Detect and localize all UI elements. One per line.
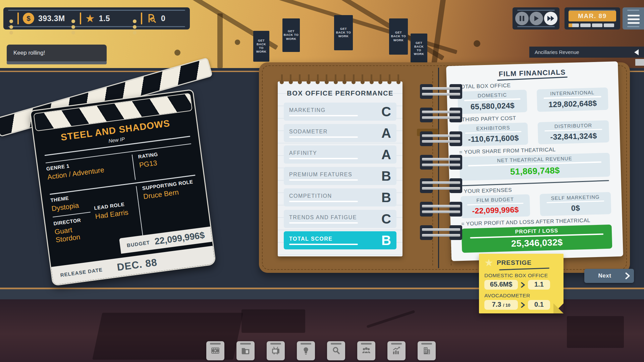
notification-toast[interactable]: Keep rolling! bbox=[7, 45, 107, 61]
scorecard-rows: MARKETING C SODAMETER A AFFINITY A PREMI… bbox=[284, 103, 396, 249]
score-row-sodameter: SODAMETER A bbox=[284, 124, 396, 142]
star-icon: ★ bbox=[85, 13, 95, 24]
magnifier-icon bbox=[331, 346, 341, 356]
pause-icon bbox=[519, 15, 525, 21]
prestige-counter: 0 bbox=[141, 7, 165, 29]
scrollbar-thumb[interactable] bbox=[635, 59, 644, 66]
score-underline bbox=[289, 179, 358, 181]
toolbar-button-ideas[interactable] bbox=[297, 341, 315, 360]
lightbulb-icon bbox=[301, 346, 311, 356]
pause-button[interactable] bbox=[515, 12, 529, 25]
staff-people-icon bbox=[361, 346, 371, 356]
film-budget-box: FILM BUDGET -22,099,996$ bbox=[461, 194, 530, 218]
score-underline bbox=[289, 158, 358, 159]
date-badge: MAR. 89 bbox=[569, 11, 616, 21]
chevron-right-icon bbox=[521, 282, 525, 288]
grade-value: B bbox=[381, 234, 391, 247]
wall-poster: GET BACK TO WORK bbox=[334, 15, 353, 50]
toolbar-button-projects[interactable] bbox=[236, 341, 255, 360]
wall-poster: GET BACK TO WORK bbox=[253, 31, 269, 62]
toolbar-button-handle bbox=[210, 343, 221, 345]
money-value: 393.3M bbox=[38, 14, 65, 23]
rating-field: RATING PG13 bbox=[132, 147, 195, 180]
grade-value: B bbox=[381, 169, 391, 183]
film-financials-page: FILM FINANCIALS TOTAL BOX OFFICE DOMESTI… bbox=[446, 61, 623, 261]
stats-chart-icon bbox=[391, 346, 401, 356]
toolbar-button-stats[interactable] bbox=[387, 341, 406, 360]
prestige-title: PRESTIGE bbox=[497, 259, 532, 266]
profit-loss-box: PROFIT / LOSS 25,346,032$ bbox=[462, 225, 612, 253]
toolbar-button-staff[interactable] bbox=[357, 341, 375, 360]
binder-clip bbox=[420, 84, 462, 99]
title-underline bbox=[499, 267, 549, 270]
box-underline bbox=[464, 98, 520, 101]
grade-value: A bbox=[381, 126, 391, 140]
toolbar-button-buildings[interactable] bbox=[418, 341, 436, 360]
ancillaries-revenue-tab[interactable]: Ancillaries Revenue bbox=[529, 47, 644, 58]
ticket-accent-bar bbox=[17, 12, 19, 24]
notepad-spiral-binding bbox=[280, 74, 400, 87]
film-strip-icon bbox=[210, 346, 220, 356]
ticket-perforation bbox=[9, 19, 13, 35]
binder-clip bbox=[420, 107, 462, 123]
building-icon bbox=[422, 346, 432, 356]
toolbar-button-film[interactable] bbox=[206, 341, 224, 360]
month-progress-segment bbox=[580, 23, 591, 27]
play-icon bbox=[534, 15, 539, 21]
score-underline bbox=[289, 244, 358, 245]
toolbar-button-handle bbox=[331, 343, 341, 345]
toolbar-button-tv[interactable] bbox=[267, 341, 285, 360]
rating-value: 1.5 bbox=[99, 14, 110, 23]
self-marketing-box: SELF MARKETING 0$ bbox=[540, 192, 611, 216]
grade-value: C bbox=[381, 212, 391, 226]
ticket-trim-line bbox=[627, 26, 639, 27]
ticket-trim-line bbox=[517, 26, 555, 27]
ticket-perforation bbox=[560, 19, 564, 31]
ticket-perforation bbox=[133, 19, 137, 35]
box-underline bbox=[467, 202, 523, 205]
scorecard-title: BOX OFFICE PERFORMANCE bbox=[281, 89, 399, 97]
binder-clip bbox=[420, 131, 462, 146]
fast-forward-button[interactable] bbox=[544, 12, 557, 25]
game-screen: GET BACK TO WORK GET BACK TO WORK GET BA… bbox=[0, 0, 644, 362]
exhibitors-value: -110,671,600$ bbox=[462, 133, 526, 144]
grade-value: B bbox=[381, 191, 391, 204]
score-row-affinity: AFFINITY A bbox=[284, 145, 396, 164]
avocadometer-value: 7.3 / 10 bbox=[484, 300, 518, 310]
score-row-trends-fatigue: TRENDS AND FATIGUE C bbox=[284, 210, 396, 228]
prestige-gain-value: 1.1 bbox=[528, 280, 550, 290]
grade-value: C bbox=[381, 105, 391, 118]
toolbar-button-research[interactable] bbox=[327, 341, 345, 360]
domestic-value: 65,580,024$ bbox=[461, 101, 525, 111]
menu-button[interactable] bbox=[623, 7, 644, 29]
wall-poster: GET BACK TO WORK bbox=[282, 18, 300, 52]
financials-title: FILM FINANCIALS bbox=[457, 67, 607, 79]
stage-light bbox=[174, 50, 180, 56]
fast-forward-icon bbox=[547, 15, 554, 21]
ticket-trim-line bbox=[627, 10, 639, 11]
chevron-right-icon bbox=[521, 302, 525, 308]
collapse-left-arrow-icon bbox=[634, 49, 639, 55]
binder-clip bbox=[420, 155, 462, 170]
release-date-value: DEC. 88 bbox=[116, 256, 158, 273]
month-progress-segment bbox=[569, 23, 579, 27]
camera-tripod-shape bbox=[366, 310, 415, 328]
dollar-coin-icon: $ bbox=[23, 13, 34, 24]
tv-icon bbox=[271, 346, 281, 356]
prestige-value: 0 bbox=[161, 14, 165, 23]
next-button[interactable]: Next bbox=[584, 269, 634, 283]
score-row-marketing: MARKETING C bbox=[284, 103, 396, 121]
binder-clip bbox=[420, 178, 462, 193]
ticket-trim-line bbox=[517, 10, 555, 11]
distributor-box: DISTRIBUTOR -32,841,324$ bbox=[538, 120, 609, 144]
month-progress-bar bbox=[569, 23, 614, 27]
money-counter: $ 393.3M bbox=[17, 7, 65, 29]
play-button[interactable] bbox=[530, 12, 543, 25]
rating-counter: ★ 1.5 bbox=[80, 7, 110, 29]
domestic-box: DOMESTIC 65,580,024$ bbox=[458, 90, 527, 114]
folder-icon bbox=[240, 346, 251, 356]
ticket-accent-bar bbox=[141, 12, 142, 24]
stage-light bbox=[235, 40, 240, 45]
toolbar-button-handle bbox=[240, 343, 251, 345]
toolbar-button-handle bbox=[421, 343, 432, 345]
